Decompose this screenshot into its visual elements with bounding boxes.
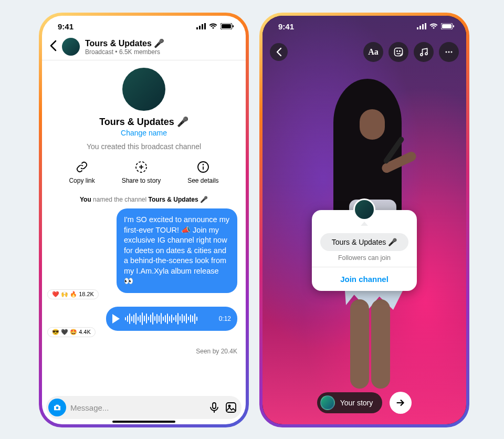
svg-point-31 <box>448 51 450 53</box>
voice-duration: 0:12 <box>219 315 231 322</box>
svg-point-17 <box>228 405 230 406</box>
share-story-button[interactable] <box>390 392 412 414</box>
svg-point-12 <box>203 164 203 165</box>
sticker-tool-button[interactable] <box>388 42 408 62</box>
seen-indicator: Seen by 20.4K <box>42 348 246 355</box>
svg-point-27 <box>400 51 401 52</box>
svg-rect-0 <box>196 27 198 29</box>
waveform[interactable] <box>125 312 214 326</box>
link-icon <box>75 160 89 174</box>
wifi-icon <box>429 23 438 29</box>
channel-avatar-large[interactable] <box>122 68 165 111</box>
svg-point-32 <box>451 51 453 53</box>
music-tool-button[interactable] <box>414 42 434 62</box>
your-story-avatar <box>320 395 335 410</box>
status-bar: 9:41 <box>262 16 466 37</box>
wifi-icon <box>209 23 217 29</box>
phone-story-share: 9:41 Aa Tour <box>259 13 469 427</box>
phone-broadcast-channel: 9:41 Tours & Updates 🎤 Broadcast • 6.5K … <box>39 13 249 427</box>
back-button[interactable] <box>49 40 57 54</box>
mic-button[interactable] <box>208 401 220 414</box>
message-composer[interactable]: Message... <box>46 396 242 419</box>
text-tool-button[interactable]: Aa <box>363 42 383 62</box>
svg-rect-3 <box>204 23 206 29</box>
status-time: 9:41 <box>58 22 74 31</box>
gallery-button[interactable] <box>225 401 237 414</box>
channel-avatar-small[interactable] <box>62 38 80 56</box>
copy-link-button[interactable]: Copy link <box>69 160 94 184</box>
sticker-avatar <box>353 198 375 221</box>
svg-rect-21 <box>425 23 426 29</box>
battery-icon <box>220 23 234 29</box>
svg-point-26 <box>397 51 398 52</box>
message-reactions[interactable]: ❤️ 🙌 🔥 18.2K <box>47 289 99 299</box>
svg-rect-18 <box>417 27 418 29</box>
svg-rect-6 <box>233 25 234 27</box>
svg-point-29 <box>425 53 427 55</box>
svg-rect-20 <box>422 24 424 29</box>
svg-rect-24 <box>453 25 454 27</box>
svg-rect-23 <box>442 24 452 28</box>
join-channel-button[interactable]: Join channel <box>318 270 411 285</box>
more-tools-button[interactable] <box>439 42 459 62</box>
voice-reactions[interactable]: 😎 🖤 🤩 4.4K <box>47 327 96 337</box>
status-bar: 9:41 <box>42 16 246 37</box>
channel-profile: Tours & Updates 🎤 Change name You create… <box>42 60 246 153</box>
channel-name: Tours & Updates 🎤 <box>42 116 246 128</box>
svg-rect-2 <box>202 24 203 29</box>
created-note: You created this broadcast channel <box>42 142 246 151</box>
add-story-icon <box>134 160 148 174</box>
story-bottom-bar: Your story <box>262 392 466 414</box>
play-icon[interactable] <box>112 314 120 323</box>
svg-rect-19 <box>419 26 421 29</box>
voice-message[interactable]: 0:12 😎 🖤 🤩 4.4K <box>42 307 246 331</box>
signal-icon <box>417 23 426 29</box>
your-story-button[interactable]: Your story <box>317 392 383 413</box>
battery-icon <box>441 23 455 29</box>
system-note: You named the channel Tours & Updates 🎤 <box>42 196 246 203</box>
channel-header: Tours & Updates 🎤 Broadcast • 6.5K membe… <box>42 37 246 60</box>
channel-actions: Copy link Share to story See details <box>42 153 246 189</box>
camera-button[interactable] <box>48 399 66 416</box>
svg-point-13 <box>56 406 59 409</box>
message-input[interactable]: Message... <box>70 403 204 412</box>
message-text: I'm SO excited to announce my first-ever… <box>117 208 237 293</box>
info-icon <box>196 160 210 174</box>
share-to-story-button[interactable]: Share to story <box>122 160 161 184</box>
svg-rect-14 <box>213 403 216 409</box>
svg-point-28 <box>421 54 423 56</box>
see-details-button[interactable]: See details <box>187 160 218 184</box>
status-time: 9:41 <box>278 22 294 31</box>
signal-icon <box>196 23 206 29</box>
channel-sticker-card[interactable]: Tours & Updates 🎤 Followers can join Joi… <box>312 210 417 291</box>
svg-rect-16 <box>226 403 236 412</box>
channel-subtitle: Broadcast • 6.5K members <box>85 48 164 56</box>
home-indicator <box>112 421 175 423</box>
story-toolbar: Aa <box>262 42 466 62</box>
channel-title[interactable]: Tours & Updates 🎤 <box>85 38 164 48</box>
svg-rect-5 <box>222 24 231 28</box>
message-bubble[interactable]: I'm SO excited to announce my first-ever… <box>42 208 246 293</box>
story-back-button[interactable] <box>270 43 288 61</box>
svg-point-30 <box>446 51 447 53</box>
sticker-title: Tours & Updates 🎤 <box>320 233 408 251</box>
sticker-subtitle: Followers can join <box>318 254 411 262</box>
svg-rect-1 <box>199 26 201 29</box>
change-name-link[interactable]: Change name <box>42 129 246 137</box>
